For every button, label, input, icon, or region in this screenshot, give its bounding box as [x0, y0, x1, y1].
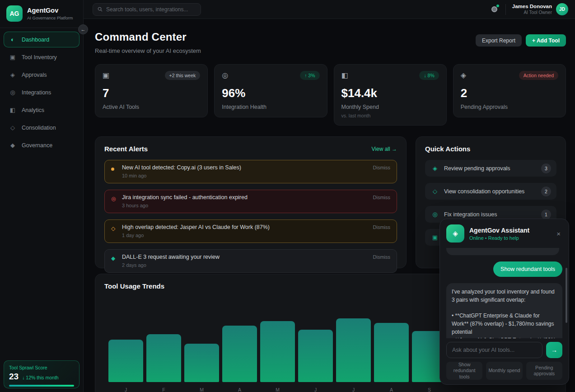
stat-badge: +2 this week: [165, 71, 201, 80]
integrations-icon: ◎: [431, 211, 439, 218]
sidebar-nav: ◐ Dashboard ▣ Tool Inventory ◈ Approvals…: [0, 28, 83, 153]
bar-tick-label: A: [374, 387, 409, 392]
sidebar-item-consolidation[interactable]: ◇ Consolidation: [4, 120, 79, 135]
bar-tick-label: M: [260, 387, 295, 392]
bar: [222, 326, 257, 382]
bar-chart: [108, 292, 447, 382]
assistant-title: AgentGov Assistant: [469, 227, 529, 234]
chat-scrollbar[interactable]: [566, 268, 567, 323]
close-icon[interactable]: ×: [555, 229, 562, 238]
sprawl-trend: ↓ 12% this month: [22, 375, 59, 380]
user-menu[interactable]: JD James Donovan AI Tool Owner: [512, 3, 568, 15]
alert-title: DALL-E 3 request awaiting your review: [122, 254, 390, 260]
count-badge: 2: [541, 187, 551, 196]
dismiss-button[interactable]: Dismiss: [373, 165, 391, 170]
assistant-header: ◈ AgentGov Assistant Online • Ready to h…: [440, 219, 569, 247]
alert-row[interactable]: ◎ Jira integration sync failed - authent…: [104, 190, 397, 213]
avatar: JD: [556, 3, 568, 15]
send-button[interactable]: →: [546, 342, 562, 358]
stat-card-integration-health: ◎ ↑ 3% 96% Integration Health: [214, 64, 327, 117]
add-tool-button[interactable]: + Add Tool: [526, 34, 566, 47]
global-search[interactable]: [93, 3, 201, 16]
stats-row: ▣ +2 this week 7 Active AI Tools ◎ ↑ 3% …: [95, 64, 566, 126]
bar: [260, 321, 295, 382]
page-subtitle: Real-time overview of your AI ecosystem: [95, 47, 201, 54]
consolidation-icon: ◇: [431, 188, 439, 195]
dismiss-button[interactable]: Dismiss: [373, 195, 391, 200]
stat-label: Integration Health: [222, 104, 319, 110]
assistant-messages[interactable]: Show redundant tools I've analyzed your …: [440, 247, 569, 338]
assistant-input[interactable]: [446, 342, 542, 358]
topbar: JD James Donovan AI Tool Owner: [84, 0, 575, 19]
quick-action-label: Review pending approvals: [444, 165, 510, 172]
dismiss-button[interactable]: Dismiss: [373, 224, 391, 230]
sidebar-item-approvals[interactable]: ◈ Approvals: [4, 67, 79, 83]
assistant-message-bubble: I've analyzed your tool inventory and fo…: [446, 283, 562, 338]
bar-tick-label: F: [146, 387, 181, 392]
sidebar-item-analytics[interactable]: ◧ Analytics: [4, 102, 79, 118]
bar-tick-label: A: [222, 387, 257, 392]
user-message-bubble: Show redundant tools: [493, 261, 562, 277]
assistant-widget: ◈ AgentGov Assistant Online • Ready to h…: [439, 219, 569, 385]
stat-value: 96%: [222, 86, 319, 100]
right-arrow-icon: →: [551, 346, 557, 354]
warning-diamond-icon: ◇: [111, 226, 115, 231]
stat-value: 7: [103, 86, 200, 100]
quick-action-consolidation[interactable]: ◇ View consolidation opportunities 2: [425, 183, 556, 200]
export-report-button[interactable]: Export Report: [476, 34, 522, 47]
view-all-link[interactable]: View all →: [372, 146, 397, 152]
quick-action-label: Fix integration issues: [444, 211, 497, 218]
alert-time: 1 day ago: [122, 233, 390, 238]
chip-show-redundant-tools[interactable]: Show redundant tools: [446, 362, 482, 380]
sidebar-collapse-button[interactable]: ←: [78, 24, 88, 34]
brand-name: AgentGov: [27, 7, 73, 14]
chip-pending-approvals[interactable]: Pending approvals: [526, 362, 562, 380]
bar-column: [374, 292, 409, 382]
alert-time: 10 min ago: [122, 173, 390, 178]
approvals-icon: ◈: [431, 165, 439, 172]
assistant-icon: ◈: [446, 224, 464, 243]
warning-dot-icon: [111, 166, 114, 172]
stat-card-active-tools: ▣ +2 this week 7 Active AI Tools: [95, 64, 208, 117]
alert-row[interactable]: ◆ DALL-E 3 request awaiting your review …: [104, 249, 397, 273]
alert-time: 3 hours ago: [122, 203, 390, 208]
search-input[interactable]: [106, 6, 196, 13]
assistant-input-row: →: [440, 338, 569, 358]
bar: [298, 330, 333, 382]
bar-tick-label: M: [184, 387, 219, 392]
bar-column: [184, 292, 219, 382]
sidebar-item-governance[interactable]: ◆ Governance: [4, 137, 79, 153]
audit-icon: ▣: [431, 234, 439, 241]
approvals-icon: ◈: [461, 71, 466, 79]
stat-badge: ↑ 3%: [300, 71, 319, 80]
stat-label: Pending Approvals: [461, 104, 558, 110]
dismiss-button[interactable]: Dismiss: [373, 254, 391, 260]
quick-action-review-approvals[interactable]: ◈ Review pending approvals 3: [425, 160, 556, 177]
notification-dot: [496, 5, 499, 7]
sidebar-item-tool-inventory[interactable]: ▣ Tool Inventory: [4, 49, 79, 65]
stat-value: 2: [461, 86, 558, 100]
alert-title: New AI tool detected: Copy.ai (3 users i…: [122, 164, 390, 171]
sprawl-progress-bar: [9, 385, 74, 387]
sidebar-item-integrations[interactable]: ◎ Integrations: [4, 84, 79, 100]
bar-column: [108, 292, 143, 382]
sidebar-item-label: Analytics: [22, 107, 44, 113]
dashboard-icon: ◐: [9, 36, 17, 43]
alert-row[interactable]: New AI tool detected: Copy.ai (3 users i…: [104, 160, 397, 183]
stat-badge: Action needed: [519, 71, 558, 80]
notifications-button[interactable]: [490, 5, 499, 14]
chip-monthly-spend[interactable]: Monthly spend: [486, 362, 522, 380]
app-root: AG AgentGov AI Governance Platform ← ◐ D…: [0, 0, 575, 392]
sidebar-item-label: Consolidation: [22, 125, 56, 131]
sidebar-item-dashboard[interactable]: ◐ Dashboard: [4, 32, 79, 47]
assistant-status: Online • Ready to help: [469, 235, 529, 241]
sidebar-item-label: Approvals: [22, 72, 47, 78]
count-badge: 3: [541, 163, 551, 173]
sidebar-item-label: Integrations: [22, 89, 51, 96]
user-name: James Donovan: [512, 4, 552, 9]
stat-label: Active AI Tools: [103, 104, 200, 110]
stat-sublabel: vs. last month: [341, 113, 439, 118]
alert-row[interactable]: ◇ High overlap detected: Jasper AI vs Cl…: [104, 219, 397, 243]
bar-tick-label: J: [108, 387, 143, 392]
truncated-message-bubble: [446, 248, 559, 255]
